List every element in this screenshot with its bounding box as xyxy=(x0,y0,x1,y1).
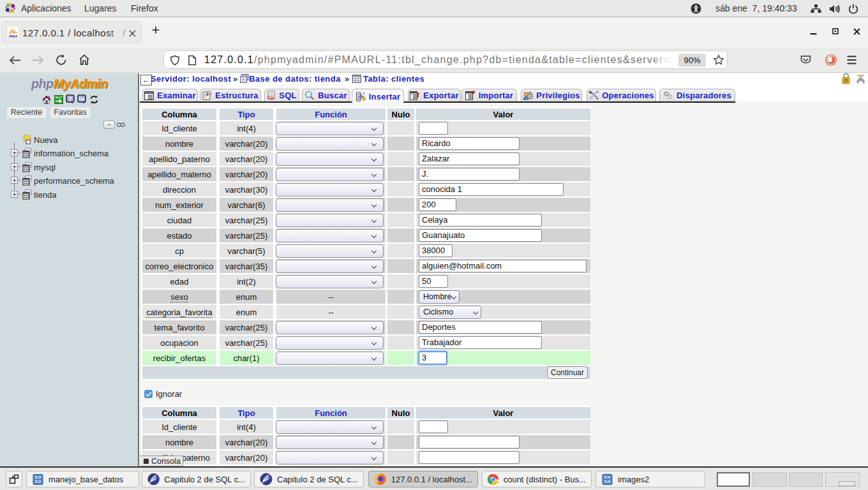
svg-text:Exit: Exit xyxy=(56,96,61,99)
svg-text:SQL: SQL xyxy=(79,97,85,101)
svg-text:?: ? xyxy=(68,96,71,102)
svg-text:PMA: PMA xyxy=(9,34,18,38)
svg-text:SQL: SQL xyxy=(268,96,276,100)
